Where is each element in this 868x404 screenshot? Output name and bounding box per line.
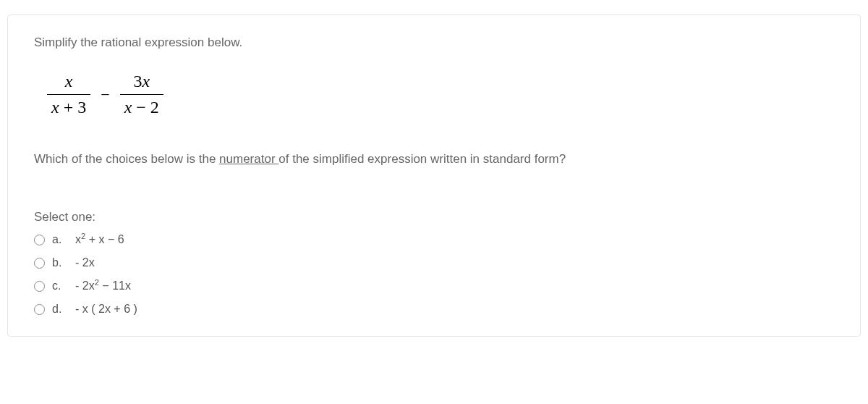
radio-icon[interactable] xyxy=(34,258,45,269)
select-one-label: Select one: xyxy=(34,210,834,224)
choice-text: - 2x2 − 11x xyxy=(75,279,131,293)
question-prefix: Which of the choices below is the xyxy=(34,152,219,166)
choice-letter: c. xyxy=(52,279,68,293)
choice-c[interactable]: c. - 2x2 − 11x xyxy=(34,279,834,293)
math-expression: x x + 3 − 3x x − 2 xyxy=(34,60,176,135)
choice-text: - 2x xyxy=(75,256,95,269)
minus-operator: − xyxy=(101,85,109,104)
choice-a[interactable]: a. x2 + x − 6 xyxy=(34,233,834,246)
frac1-numerator: x xyxy=(61,70,77,94)
choice-d[interactable]: d. - x ( 2x + 6 ) xyxy=(34,303,834,316)
choice-letter: a. xyxy=(52,233,68,246)
radio-icon[interactable] xyxy=(34,235,45,245)
radio-icon[interactable] xyxy=(34,281,45,292)
choices-list: a. x2 + x − 6 b. - 2x c. - 2x2 − 11x d. … xyxy=(34,233,834,316)
question-underlined: numerator xyxy=(219,152,278,166)
frac2-numerator: 3x xyxy=(129,70,154,94)
choice-b[interactable]: b. - 2x xyxy=(34,256,834,269)
choice-text: - x ( 2x + 6 ) xyxy=(75,303,137,316)
choice-letter: b. xyxy=(52,256,68,269)
question-container: Simplify the rational expression below. … xyxy=(7,14,861,337)
fraction-1: x x + 3 xyxy=(47,70,90,119)
question-text: Which of the choices below is the numera… xyxy=(34,152,834,167)
prompt-text: Simplify the rational expression below. xyxy=(34,35,834,50)
radio-icon[interactable] xyxy=(34,304,45,315)
fraction-2: 3x x − 2 xyxy=(120,70,163,119)
choice-letter: d. xyxy=(52,303,68,316)
frac1-denominator: x + 3 xyxy=(47,94,90,119)
frac2-denominator: x − 2 xyxy=(120,94,163,119)
choice-text: x2 + x − 6 xyxy=(75,233,124,246)
question-suffix: of the simplified expression written in … xyxy=(278,152,566,166)
